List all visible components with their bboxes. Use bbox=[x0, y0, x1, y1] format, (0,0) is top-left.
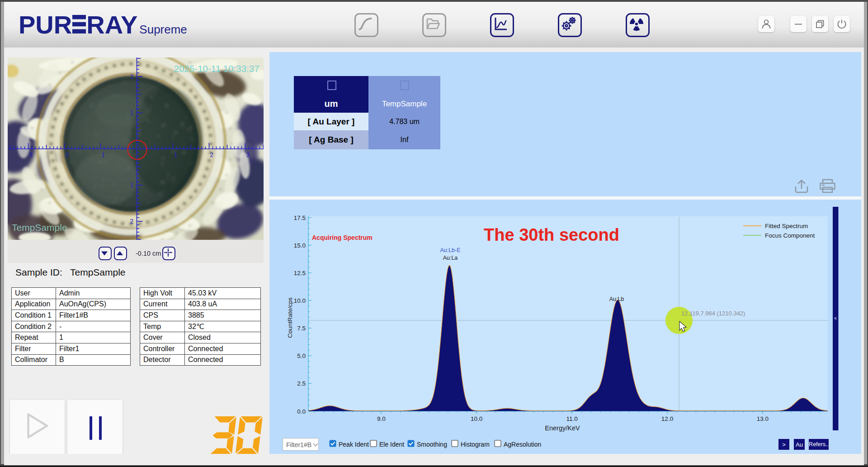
svg-text:CountRate/cps: CountRate/cps bbox=[287, 297, 293, 338]
svg-text:<: < bbox=[834, 316, 837, 321]
svg-text:3: 3 bbox=[246, 151, 250, 158]
svg-text:10.0: 10.0 bbox=[294, 297, 306, 304]
svg-text:2: 2 bbox=[130, 218, 134, 225]
svg-text:3: 3 bbox=[29, 151, 33, 158]
svg-text:17.5: 17.5 bbox=[294, 214, 306, 221]
svg-text:TempSample: TempSample bbox=[12, 222, 67, 233]
svg-text:13.0: 13.0 bbox=[757, 415, 769, 422]
svg-text:Au:La: Au:La bbox=[443, 255, 458, 261]
svg-text:2025-10-11 10:33:37: 2025-10-11 10:33:37 bbox=[174, 63, 259, 74]
svg-text:Focus Component: Focus Component bbox=[765, 232, 815, 239]
svg-text:10.0: 10.0 bbox=[471, 415, 482, 422]
svg-text:2: 2 bbox=[210, 151, 214, 158]
svg-text:2: 2 bbox=[130, 73, 134, 80]
svg-text:2.5: 2.5 bbox=[297, 380, 306, 387]
svg-text:The 30th second: The 30th second bbox=[484, 225, 619, 244]
svg-text:9.0: 9.0 bbox=[377, 415, 386, 422]
svg-text:Au:Lb-E: Au:Lb-E bbox=[440, 247, 460, 253]
svg-text:7.5: 7.5 bbox=[297, 325, 306, 332]
svg-text:Acquiring Spectrum: Acquiring Spectrum bbox=[312, 234, 373, 241]
svg-text:Fitted Spectrum: Fitted Spectrum bbox=[765, 223, 808, 229]
svg-text:1: 1 bbox=[174, 151, 178, 158]
svg-text:0.0: 0.0 bbox=[297, 408, 306, 415]
svg-text:12.0: 12.0 bbox=[661, 415, 673, 422]
svg-text:12.5: 12.5 bbox=[294, 270, 306, 276]
svg-text:1: 1 bbox=[130, 109, 134, 116]
svg-text:5.0: 5.0 bbox=[297, 353, 306, 359]
svg-text:1: 1 bbox=[130, 181, 134, 189]
svg-text:Au:Lb: Au:Lb bbox=[609, 296, 624, 302]
svg-text:2: 2 bbox=[66, 151, 69, 158]
svg-text:1: 1 bbox=[102, 151, 105, 158]
svg-text:Energy/KeV: Energy/KeV bbox=[545, 424, 580, 432]
svg-text:12.119,7.964 (1210.342): 12.119,7.964 (1210.342) bbox=[681, 310, 745, 317]
svg-text:15.0: 15.0 bbox=[294, 242, 306, 249]
svg-text:11.0: 11.0 bbox=[566, 415, 577, 422]
